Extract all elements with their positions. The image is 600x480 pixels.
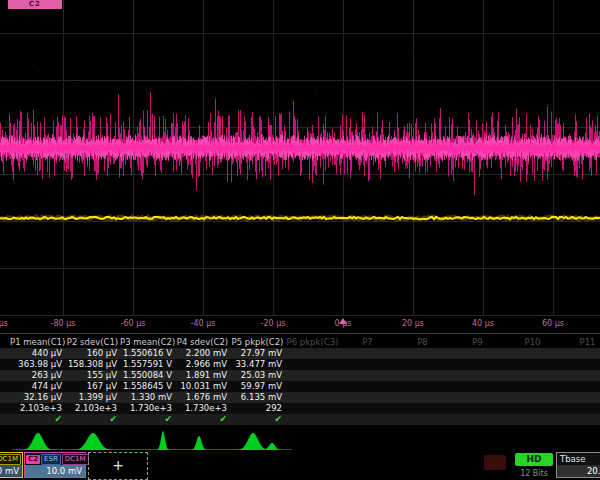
measure-cell (450, 392, 505, 403)
measure-cell (505, 348, 560, 359)
table-row: 440 µV160 µV1.550616 V2.200 mV27.97 mV (0, 348, 600, 359)
measure-cell (285, 370, 340, 381)
measure-cell (285, 359, 340, 370)
measure-param-header[interactable]: P4 sdev(C2) (175, 337, 230, 348)
measure-cell: 167 µV (65, 381, 120, 392)
measure-cell: 1.557591 V (120, 359, 175, 370)
status-check-icon (340, 414, 395, 425)
x-axis-label: -80 µs (41, 319, 85, 328)
measure-cell (395, 403, 450, 414)
measure-cell (560, 370, 600, 381)
measure-cell (285, 392, 340, 403)
measure-cell: 1.550084 V (120, 370, 175, 381)
trigger-descriptor-fragment[interactable] (484, 455, 506, 470)
measure-param-header-inactive[interactable]: P11 (560, 337, 600, 348)
measure-cell (285, 403, 340, 414)
status-check-icon (450, 414, 505, 425)
measure-cell: 158.308 µV (65, 359, 120, 370)
measure-param-header-inactive[interactable]: P7 (340, 337, 395, 348)
measure-cell: 1.730e+3 (120, 403, 175, 414)
hd-mode-badge[interactable]: HD (515, 453, 553, 466)
c2-label-badge: C2 (26, 455, 40, 464)
measure-cell (560, 359, 600, 370)
table-status-row: ✔✔✔✔✔ (0, 414, 600, 425)
measure-cell: 10.031 mV (175, 381, 230, 392)
measure-cell (340, 359, 395, 370)
x-axis-label: 40 µs (461, 319, 505, 328)
measure-cell: 1.399 µV (65, 392, 120, 403)
table-header-row: P1 mean(C1)P2 sdev(C1)P3 mean(C2)P4 sdev… (0, 337, 600, 348)
waveform-grid[interactable] (0, 0, 600, 317)
plus-icon: + (112, 457, 124, 473)
table-row: 32.16 µV1.399 µV1.330 mV1.676 mV6.135 mV (0, 392, 600, 403)
measure-cell: 1.676 mV (175, 392, 230, 403)
c1-descriptor-box[interactable]: DC1M 0 mV (0, 452, 23, 478)
measure-cell: 1.558645 V (120, 381, 175, 392)
measure-cell (285, 348, 340, 359)
measure-cell (450, 381, 505, 392)
measure-param-header[interactable]: P5 pkpk(C2) (230, 337, 285, 348)
measure-cell (395, 370, 450, 381)
measure-cell (340, 381, 395, 392)
status-check-icon: ✔ (175, 414, 230, 425)
status-check-icon (560, 414, 600, 425)
measure-param-header-inactive[interactable]: P6 pkpk(C3) (285, 337, 340, 348)
measure-cell (560, 381, 600, 392)
oscilloscope-screen: C2 -100 µs-80 µs-60 µs-40 µs-20 µs0 µs20… (0, 0, 600, 480)
measure-cell (560, 403, 600, 414)
x-axis-label: -40 µs (181, 319, 225, 328)
measure-param-header[interactable]: P1 mean(C1) (10, 337, 65, 348)
table-row: 2.103e+32.103e+31.730e+31.730e+3292 (0, 403, 600, 414)
c2-coupling-badge: DC1M (62, 454, 89, 465)
status-check-icon: ✔ (65, 414, 120, 425)
table-row: 474 µV167 µV1.558645 V10.031 mV59.97 mV (0, 381, 600, 392)
measure-cell (505, 392, 560, 403)
active-trace-tab[interactable]: C2 (8, 0, 62, 9)
status-check-icon (395, 414, 450, 425)
measure-cell (340, 370, 395, 381)
measure-cell (450, 359, 505, 370)
measure-cell: 1.730e+3 (175, 403, 230, 414)
measure-param-header-inactive[interactable]: P10 (505, 337, 560, 348)
measure-cell: 155 µV (65, 370, 120, 381)
measure-cell: 32.16 µV (10, 392, 65, 403)
measure-cell (505, 370, 560, 381)
x-axis-label: -20 µs (251, 319, 295, 328)
measure-cell: 292 (230, 403, 285, 414)
status-check-icon: ✔ (120, 414, 175, 425)
table-row: 363.98 µV158.308 µV1.557591 V2.966 mV33.… (0, 359, 600, 370)
measure-param-header-inactive[interactable]: P8 (395, 337, 450, 348)
measure-cell (395, 381, 450, 392)
measure-cell: 59.97 mV (230, 381, 285, 392)
measure-cell (340, 348, 395, 359)
measure-param-header[interactable]: P3 mean(C2) (120, 337, 175, 348)
measure-cell (395, 392, 450, 403)
c2-esr-badge: ESR (41, 454, 61, 465)
x-axis-label: 20 µs (391, 319, 435, 328)
status-check-icon: ✔ (10, 414, 65, 425)
timebase-box[interactable]: Tbase 20.0 µ (556, 452, 600, 478)
measure-cell: 2.103e+3 (10, 403, 65, 414)
x-axis: -100 µs-80 µs-60 µs-40 µs-20 µs0 µs20 µs… (0, 317, 600, 331)
c2-vertical-scale: 10.0 mV (25, 465, 85, 477)
measure-cell (285, 381, 340, 392)
trigger-position-marker[interactable] (339, 318, 347, 324)
measure-cell: 27.97 mV (230, 348, 285, 359)
x-axis-label: -60 µs (111, 319, 155, 328)
measure-cell (450, 370, 505, 381)
measure-cell: 33.477 mV (230, 359, 285, 370)
measure-param-header[interactable]: P2 sdev(C1) (65, 337, 120, 348)
measurement-table: P1 mean(C1)P2 sdev(C1)P3 mean(C2)P4 sdev… (0, 337, 600, 425)
x-axis-label: -100 µs (0, 319, 15, 328)
table-row: 263 µV155 µV1.550084 V1.891 mV25.03 mV (0, 370, 600, 381)
bottom-bar: DC1M 0 mV C2 ESR DC1M 10.0 mV + HD 12 Bi… (0, 452, 600, 480)
add-trace-button[interactable]: + (88, 452, 148, 480)
measure-cell: 1.330 mV (120, 392, 175, 403)
x-axis-label: 60 µs (531, 319, 575, 328)
measure-cell (450, 403, 505, 414)
measure-param-header-inactive[interactable]: P9 (450, 337, 505, 348)
c2-descriptor-box[interactable]: C2 ESR DC1M 10.0 mV (24, 452, 86, 478)
measure-cell: 2.966 mV (175, 359, 230, 370)
timebase-label: Tbase (557, 453, 600, 465)
timebase-value: 20.0 µ (557, 465, 600, 477)
